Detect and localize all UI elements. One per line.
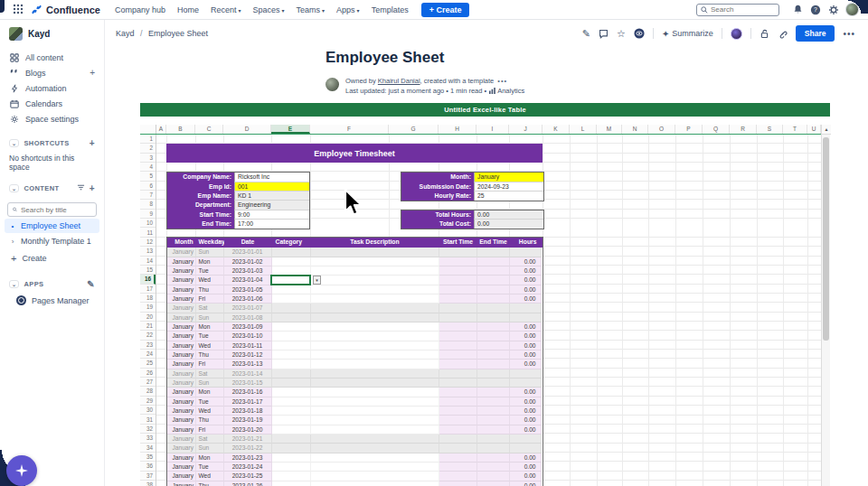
cell-end-time[interactable]	[477, 341, 510, 350]
cell-task-description[interactable]	[311, 369, 439, 379]
nav-item-recent[interactable]: Recent▾	[211, 5, 241, 14]
cell-task-description[interactable]	[311, 379, 439, 388]
cell-start-time[interactable]	[439, 472, 477, 481]
chevron-down-icon[interactable]: ⌄	[9, 184, 19, 192]
cell-end-time[interactable]	[477, 481, 510, 486]
edit-page-icon[interactable]: ✎	[582, 28, 590, 40]
cell-category[interactable]	[272, 313, 311, 322]
timesheet-row[interactable]: JanuarySat2023-01-07	[167, 304, 542, 313]
cell-task-description[interactable]	[311, 304, 439, 313]
row-number-32[interactable]: 32	[140, 425, 156, 434]
global-search[interactable]	[696, 4, 779, 16]
page-tree-item-employee-sheet[interactable]: •Employee Sheet	[5, 219, 99, 233]
timesheet-row[interactable]: JanuaryTue2023-01-170.00	[167, 397, 542, 407]
info-value[interactable]: Engineering	[234, 201, 309, 210]
cell-end-time[interactable]	[477, 397, 510, 407]
column-header-O[interactable]: O	[648, 125, 675, 134]
info-value[interactable]: 25	[474, 192, 543, 201]
page-tree-item-monthly-template-1[interactable]: ›Monthly Template 1	[5, 234, 99, 248]
timesheet-row[interactable]: JanuaryFri2023-01-200.00	[167, 425, 542, 435]
cell-start-time[interactable]	[439, 481, 477, 486]
row-number-3[interactable]: 3	[140, 154, 156, 163]
cell-task-description[interactable]	[311, 248, 439, 257]
cell-end-time[interactable]	[477, 416, 510, 425]
cell-start-time[interactable]	[439, 416, 477, 425]
row-number-29[interactable]: 29	[140, 397, 156, 406]
timesheet-row[interactable]: JanuaryWed2023-01-180.00	[167, 407, 542, 416]
row-number-16[interactable]: 16	[140, 275, 156, 284]
cell-task-description[interactable]	[311, 397, 439, 407]
row-number-14[interactable]: 14	[140, 257, 156, 266]
timesheet-row[interactable]: JanuaryWed2023-01-110.00	[167, 341, 542, 350]
cell-category[interactable]	[272, 453, 311, 463]
scrollbar-thumb[interactable]	[823, 137, 829, 341]
column-header-E[interactable]: E	[271, 125, 310, 134]
column-header-T[interactable]: T	[783, 125, 807, 134]
timesheet-row[interactable]: JanuaryTue2023-01-100.00	[167, 332, 542, 341]
cell-category[interactable]	[272, 379, 311, 388]
column-header-H[interactable]: H	[439, 125, 476, 134]
row-number-30[interactable]: 30	[140, 406, 156, 415]
cell-task-description[interactable]	[311, 453, 439, 463]
edit-apps-icon[interactable]: ✎	[87, 279, 95, 289]
row-number-37[interactable]: 37	[140, 472, 156, 481]
sheet-title-bar[interactable]: Untitled Excel-like Table	[140, 103, 830, 117]
row-number-19[interactable]: 19	[140, 303, 156, 312]
nav-item-spaces[interactable]: Spaces▾	[253, 5, 285, 14]
timesheet-row[interactable]: JanuaryMon2023-01-160.00	[167, 388, 542, 397]
unlock-icon[interactable]	[760, 29, 769, 39]
cell-end-time[interactable]	[477, 294, 510, 304]
cell-start-time[interactable]	[439, 341, 477, 350]
cell-category[interactable]	[272, 369, 311, 379]
cell-category[interactable]	[272, 332, 311, 341]
breadcrumb-page-link[interactable]: Employee Sheet	[148, 29, 208, 38]
column-header-F[interactable]: F	[310, 125, 389, 134]
row-number-26[interactable]: 26	[140, 369, 156, 378]
timesheet-row[interactable]: JanuaryThu2023-01-260.00	[167, 481, 542, 486]
cell-category[interactable]	[272, 350, 311, 360]
column-header-B[interactable]: B	[166, 125, 195, 134]
breadcrumb-space-link[interactable]: Kayd	[116, 29, 135, 38]
row-number-24[interactable]: 24	[140, 350, 156, 359]
row-number-1[interactable]: 1	[140, 135, 156, 144]
cell-task-description[interactable]	[311, 266, 439, 276]
info-value[interactable]: 9:00	[234, 210, 309, 220]
cell-start-time[interactable]	[439, 397, 477, 407]
timesheet-row[interactable]: JanuaryMon2023-01-090.00	[167, 322, 542, 332]
cell-end-time[interactable]	[477, 388, 510, 397]
scroll-up-arrow[interactable]: ▲	[822, 125, 831, 135]
sidebar-item-all-content[interactable]: All content	[0, 50, 104, 65]
cell-category[interactable]	[272, 463, 311, 472]
column-header-row[interactable]: ABCDEFGHIJKLMNOPQRSTU	[140, 125, 821, 135]
cell-task-description[interactable]	[311, 322, 439, 332]
cell-start-time[interactable]	[439, 276, 477, 285]
cell-category[interactable]	[272, 341, 311, 350]
row-number-12[interactable]: 12	[140, 238, 156, 247]
cell-start-time[interactable]	[439, 285, 477, 294]
create-button[interactable]: + Create	[421, 3, 470, 17]
space-header[interactable]: Kayd	[0, 20, 104, 50]
cell-start-time[interactable]	[439, 360, 477, 369]
timesheet-row[interactable]: JanuarySun2023-01-15	[167, 379, 542, 388]
nav-item-apps[interactable]: Apps▾	[336, 5, 360, 14]
cell-task-description[interactable]	[311, 444, 439, 453]
confluence-logo[interactable]: Confluence	[31, 4, 100, 15]
column-header-K[interactable]: K	[542, 125, 570, 134]
row-number-2[interactable]: 2	[140, 144, 156, 153]
cell-task-description[interactable]	[311, 294, 439, 304]
cell-end-time[interactable]	[477, 276, 510, 285]
cell-category[interactable]	[272, 481, 311, 486]
cell-start-time[interactable]	[439, 453, 477, 463]
cell-end-time[interactable]	[477, 379, 510, 388]
timesheet-row[interactable]: JanuarySat2023-01-14	[167, 369, 542, 379]
cell-end-time[interactable]	[477, 360, 510, 369]
timesheet-row[interactable]: JanuaryFri2023-01-130.00	[167, 360, 542, 369]
cell-start-time[interactable]	[439, 379, 477, 388]
chevron-down-icon[interactable]: ⌄	[9, 280, 19, 288]
info-value[interactable]: 001	[234, 182, 309, 192]
cell-end-time[interactable]	[477, 313, 510, 322]
ai-assistant-button[interactable]	[6, 455, 37, 486]
cell-category[interactable]	[272, 360, 311, 369]
more-actions-icon[interactable]: •••	[843, 29, 855, 39]
row-number-20[interactable]: 20	[140, 313, 156, 322]
